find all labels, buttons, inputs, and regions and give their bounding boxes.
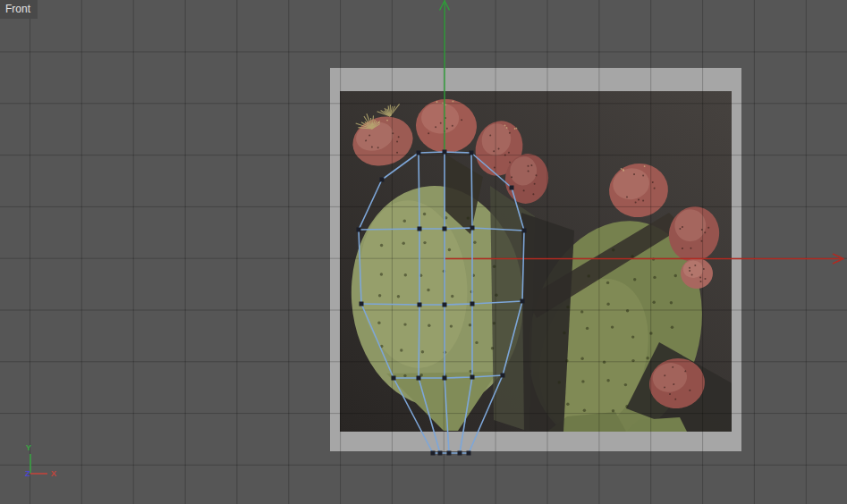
gizmo-y-label: Y [26,442,32,452]
viewport-canvas[interactable]: ZYX [0,0,847,504]
areole-dot [403,374,406,377]
areole-dot [491,347,494,349]
areole-dot [606,303,609,306]
viewport[interactable]: Front ZYX [0,0,847,504]
areole-dot [671,326,673,329]
areole-dot [646,357,648,359]
mesh-vertex[interactable] [443,150,447,155]
areole-dot [633,278,636,281]
areole-dot [403,220,406,223]
areole-dot [380,244,383,247]
areole-dot [402,242,405,245]
areole-dot [625,405,628,407]
areole-dot [403,323,406,325]
areole-dot [631,255,633,257]
areole-dot [450,324,453,327]
mesh-vertex[interactable] [521,299,525,304]
areole-dot [606,281,609,284]
areole-dot [586,327,589,330]
areole-dot [404,273,407,276]
mesh-vertex[interactable] [443,376,447,381]
mesh-vertex[interactable] [392,376,396,381]
mesh-vertex[interactable] [443,303,447,307]
gizmo-z-label: Z [25,468,30,478]
cactus-photo [340,91,733,465]
areole-dot [566,403,569,406]
areole-dot [423,241,426,244]
mesh-vertex[interactable] [470,375,475,380]
areole-dot [380,273,383,275]
areole-dot [469,323,471,326]
mesh-vertex[interactable] [438,451,443,456]
areole-dot [580,310,583,313]
mesh-vertex[interactable] [443,227,447,231]
areole-dot [611,325,614,328]
areole-dot [451,295,453,298]
areole-dot [580,357,583,360]
gizmo-x-label: X [51,468,57,478]
areole-dot [674,274,677,277]
mesh-vertex[interactable] [522,229,527,233]
areole-dot [400,349,402,351]
areole-dot [421,350,424,353]
areole-dot [581,380,584,382]
prickly-pear-fruit [681,258,713,289]
mesh-vertex[interactable] [470,151,474,155]
mesh-vertex[interactable] [417,376,421,381]
view-label: Front [0,0,38,19]
areole-dot [423,213,426,215]
areole-dot [475,341,478,344]
mesh-vertex[interactable] [360,302,364,307]
mesh-vertex[interactable] [418,303,422,307]
areole-dot [563,332,565,334]
areole-dot [653,276,656,279]
mesh-vertex[interactable] [510,186,514,190]
areole-dot [397,295,400,298]
mesh-vertex[interactable] [357,228,361,232]
mesh-vertex[interactable] [470,302,475,307]
areole-dot [612,409,614,412]
areole-dot [670,301,673,304]
areole-dot [583,409,586,412]
areole-dot [566,306,569,308]
areole-dot [558,381,561,383]
areole-dot [377,322,380,324]
mesh-vertex[interactable] [467,451,471,456]
mesh-vertex[interactable] [470,226,475,231]
areole-dot [473,241,476,244]
areole-dot [427,289,429,291]
areole-dot [612,248,614,251]
mesh-vertex[interactable] [380,178,385,182]
areole-dot [653,301,656,304]
areole-dot [606,379,609,382]
mesh-vertex[interactable] [431,451,436,456]
areole-dot [428,324,430,327]
mesh-vertex[interactable] [447,451,452,456]
areole-dot [493,322,495,324]
mesh-vertex[interactable] [418,227,422,231]
mesh-vertex[interactable] [417,151,421,155]
areole-dot [588,274,590,277]
mesh-vertex[interactable] [501,374,505,378]
axis-gizmo: ZYX [25,442,57,478]
mesh-vertex[interactable] [458,451,462,456]
areole-dot [467,216,470,219]
areole-dot [631,335,634,338]
areole-dot [448,248,451,251]
areole-dot [378,294,381,297]
areole-dot [624,383,627,386]
